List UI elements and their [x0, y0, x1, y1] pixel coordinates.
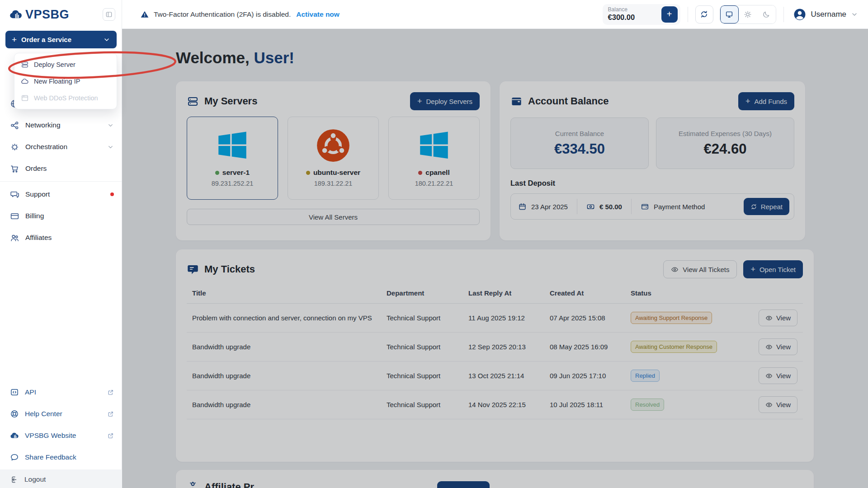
eye-icon — [765, 372, 773, 380]
logout-button[interactable]: Logout — [0, 469, 122, 488]
calendar-icon — [518, 202, 527, 211]
windows-logo-icon — [214, 127, 251, 164]
wallet-icon — [510, 95, 523, 108]
topbar-right: Balance €300.00 + Username — [603, 4, 858, 25]
sidebar-item-billing[interactable]: Billing — [0, 205, 122, 227]
view-ticket-button[interactable]: View — [759, 310, 797, 326]
external-link-icon — [107, 411, 114, 418]
plus-icon: + — [745, 97, 750, 106]
view-label: View — [776, 343, 791, 351]
sidebar-item-share-feedback[interactable]: Share Feedback — [0, 446, 122, 468]
sidebar-item-affiliates[interactable]: Affiliates — [0, 227, 122, 249]
add-funds-button[interactable]: +Add Funds — [738, 92, 794, 110]
welcome-username: User! — [254, 49, 294, 66]
user-menu[interactable]: Username — [793, 8, 858, 21]
deposit-amount-value: € 50.00 — [599, 203, 622, 211]
sidebar-item-label: Affiliates — [25, 234, 52, 242]
ticket-created: 09 Jun 2025 17:10 — [544, 361, 625, 390]
refresh-icon — [700, 10, 708, 19]
refresh-button[interactable] — [695, 5, 713, 23]
deploy-servers-label: Deploy Servers — [426, 98, 472, 105]
order-a-service-label: Order a Service — [21, 36, 71, 43]
sidebar-item-vpsbg-website[interactable]: VPSBG Website — [0, 425, 122, 446]
deploy-servers-button[interactable]: +Deploy Servers — [410, 92, 480, 110]
ubuntu-logo-icon — [315, 127, 352, 164]
menu-item-new-floating-ip[interactable]: New Floating IP — [14, 73, 117, 89]
open-ticket-button[interactable]: +Open Ticket — [743, 260, 803, 278]
server-card-cpanell[interactable]: cpanell 180.21.22.21 — [388, 117, 480, 200]
view-ticket-button[interactable]: View — [759, 396, 797, 413]
sidebar-item-label: API — [25, 388, 36, 396]
divider — [688, 7, 688, 22]
theme-system-button[interactable] — [720, 5, 739, 23]
eye-icon — [765, 314, 773, 322]
chevron-down-icon — [103, 36, 110, 43]
ticket-department: Technical Support — [381, 333, 463, 361]
logout-label: Logout — [24, 475, 46, 483]
section-title: My Servers — [204, 95, 257, 107]
sidebar-item-label: Help Center — [25, 410, 62, 418]
activate-now-link[interactable]: Activate now — [296, 10, 340, 19]
sidebar-item-help-center[interactable]: Help Center — [0, 403, 122, 425]
external-link-icon — [107, 389, 114, 396]
view-ticket-button[interactable]: View — [759, 367, 797, 384]
server-icon — [21, 61, 29, 69]
last-deposit-label: Last Deposit — [510, 179, 794, 188]
plus-icon: + — [417, 97, 422, 106]
add-funds-label: Add Funds — [754, 98, 787, 105]
estimated-expenses-value: €24.60 — [704, 141, 747, 157]
table-row: Bandwidth upgrade Technical Support 12 S… — [187, 333, 803, 361]
order-a-service-button[interactable]: + Order a Service — [5, 31, 117, 48]
sidebar-item-api[interactable]: API — [0, 381, 122, 403]
table-row: Bandwidth upgrade Technical Support 14 N… — [187, 390, 803, 419]
card-icon — [10, 211, 19, 221]
sidebar-item-label: Share Feedback — [25, 453, 76, 461]
page-title: Welcome, User! — [176, 49, 294, 67]
my-servers-card: My Servers +Deploy Servers server-1 89.2… — [176, 81, 491, 240]
ticket-created: 08 May 2025 16:09 — [544, 333, 625, 361]
server-card-ubuntu-server[interactable]: ubuntu-server 189.31.22.21 — [288, 117, 379, 200]
sidebar-item-label: Orders — [25, 164, 47, 173]
add-balance-button[interactable]: + — [661, 6, 678, 23]
wallet-icon — [641, 202, 649, 211]
sidebar-item-networking[interactable]: Networking — [0, 114, 122, 136]
column-header-title: Title — [187, 283, 381, 304]
status-badge: Replied — [631, 370, 660, 382]
ticket-title: Problem with connection and server, conn… — [187, 304, 381, 333]
status-dot-offline — [418, 171, 422, 175]
sun-icon — [744, 10, 752, 19]
sidebar-item-orchestration[interactable]: Orchestration — [0, 136, 122, 158]
section-title: Affiliate Pr — [204, 481, 254, 488]
eye-icon — [765, 401, 773, 408]
sidebar-item-orders[interactable]: Orders — [0, 158, 122, 179]
theme-light-button[interactable] — [739, 5, 757, 23]
sidebar-collapse-button[interactable] — [103, 8, 115, 21]
ticket-department: Technical Support — [381, 304, 463, 333]
status-badge: Awaiting Customer Response — [631, 341, 717, 353]
column-header-status: Status — [625, 283, 753, 304]
ticket-last-reply: 12 Sep 2025 20:13 — [463, 333, 544, 361]
column-header-actions — [753, 283, 803, 304]
menu-item-deploy-server[interactable]: Deploy Server — [14, 56, 117, 73]
ticket-title: Bandwidth upgrade — [187, 361, 381, 390]
server-name: ubuntu-server — [313, 169, 360, 177]
plus-icon: + — [12, 35, 17, 45]
estimated-expenses-label: Estimated Expenses (30 Days) — [679, 130, 772, 137]
main-area: Two-Factor Authentication (2FA) is disab… — [122, 0, 868, 488]
users-icon — [10, 233, 19, 243]
theme-dark-button[interactable] — [757, 5, 776, 23]
view-all-tickets-button[interactable]: View All Tickets — [663, 260, 737, 278]
windows-logo-icon — [415, 127, 453, 164]
view-label: View — [776, 401, 791, 408]
server-card-server-1[interactable]: server-1 89.231.252.21 — [187, 117, 278, 200]
view-ticket-button[interactable]: View — [759, 338, 797, 355]
sidebar-item-support[interactable]: Support — [0, 183, 122, 205]
sidebar-footer: API Help Center VPSBG Website Share Feed… — [0, 381, 122, 488]
cloud-icon — [21, 77, 29, 85]
repeat-deposit-button[interactable]: Repeat — [744, 198, 789, 215]
sidebar-item-label: VPSBG Website — [25, 432, 76, 440]
affiliate-action-button[interactable]: + — [437, 481, 490, 488]
sidebar-item-label: Support — [25, 190, 50, 198]
view-all-servers-button[interactable]: View All Servers — [187, 209, 480, 225]
section-title: My Tickets — [204, 263, 255, 275]
